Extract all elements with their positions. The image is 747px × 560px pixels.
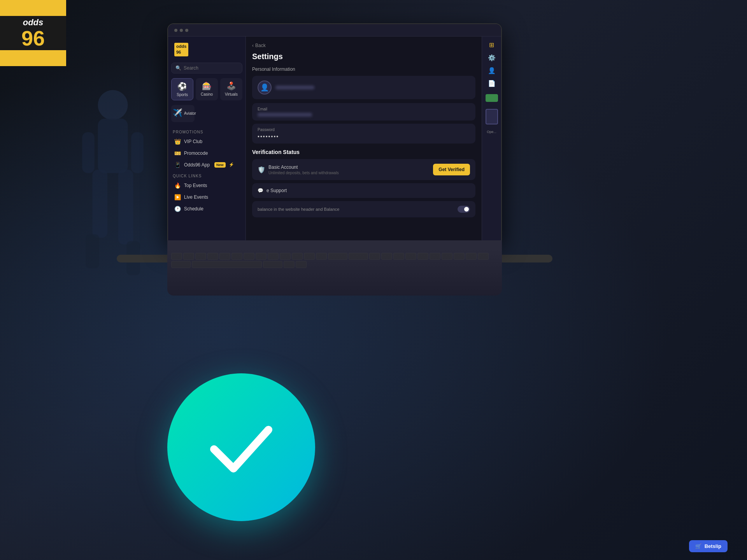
key — [393, 253, 404, 260]
support-card[interactable]: 💬 e Support — [252, 183, 475, 198]
password-label: Password — [258, 128, 470, 132]
verification-left: 🛡️ Basic Account Unlimited deposits, bet… — [258, 164, 339, 175]
checkmark-svg — [202, 408, 280, 486]
sidebar: odds96 🔍 ⚽ Sports 🎰 Casino — [168, 37, 246, 240]
promocode-icon: 🎫 — [174, 150, 181, 156]
sidebar-item-vip[interactable]: 👑 VIP Club — [171, 136, 242, 147]
svg-rect-1 — [98, 119, 128, 173]
nav-aviator[interactable]: ✈️ Aviator — [171, 105, 195, 122]
sidebar-logo[interactable]: odds96 — [171, 41, 242, 58]
key — [369, 253, 380, 260]
key — [219, 253, 230, 260]
quick-links-section-title: Quick Links — [171, 171, 242, 180]
personal-info-heading: Personal Information — [252, 66, 475, 72]
search-bar[interactable]: 🔍 — [171, 63, 242, 74]
key — [256, 253, 267, 260]
key — [417, 253, 428, 260]
vip-label: VIP Club — [184, 139, 202, 144]
verification-title: Verification Status — [252, 149, 475, 155]
sports-icon: ⚽ — [177, 82, 187, 91]
key — [454, 253, 465, 260]
top-events-label: Top Events — [184, 183, 207, 188]
password-dots: •••••••• — [258, 133, 470, 140]
account-sub: Unlimited deposits, bets and withdrawals — [268, 171, 339, 175]
success-checkmark-overlay — [167, 373, 315, 521]
key — [405, 253, 416, 260]
virtuals-icon: 🕹️ — [226, 81, 236, 91]
sidebar-item-app[interactable]: 📱 Odds96 App New ⚡ — [171, 159, 242, 171]
screen-inner: odds96 🔍 ⚽ Sports 🎰 Casino — [168, 37, 501, 240]
account-type: Basic Account — [268, 164, 339, 170]
casino-label: Casino — [201, 92, 213, 96]
key — [183, 253, 194, 260]
laptop-frame: odds96 🔍 ⚽ Sports 🎰 Casino — [167, 23, 502, 241]
key — [171, 253, 182, 260]
betslip-button[interactable]: 🛒 Betslip — [689, 540, 728, 552]
sidebar-item-top-events[interactable]: 🔥 Top Events — [171, 180, 242, 191]
right-panel-grid-icon[interactable]: ⊞ — [489, 41, 494, 49]
fire-icon: 🔥 — [174, 182, 181, 189]
key — [304, 253, 315, 260]
key — [349, 253, 368, 260]
key — [292, 253, 303, 260]
key — [466, 253, 477, 260]
email-label: Email — [258, 107, 470, 111]
svg-rect-6 — [82, 132, 95, 173]
balance-toggle[interactable] — [458, 206, 470, 213]
nav-icons-grid: ⚽ Sports 🎰 Casino 🕹️ Virtuals — [171, 78, 242, 100]
betslip-label: Betslip — [705, 543, 721, 549]
key — [268, 253, 279, 260]
app-label: Odds96 App — [184, 162, 210, 168]
key — [328, 253, 347, 260]
logo-96-text: 96 — [0, 28, 66, 49]
keyboard — [167, 249, 502, 296]
nav-sports[interactable]: ⚽ Sports — [171, 78, 193, 100]
right-panel-settings-icon[interactable]: ⚙️ — [488, 54, 496, 61]
screen: odds96 🔍 ⚽ Sports 🎰 Casino — [168, 24, 501, 240]
vip-icon: 👑 — [174, 138, 181, 145]
key — [284, 261, 295, 268]
lightning-icon: ⚡ — [229, 162, 234, 167]
sidebar-logo-text: odds96 — [174, 43, 188, 56]
right-panel-doc-icon[interactable]: 📄 — [488, 80, 496, 87]
balance-toggle-row: balance in the website header and Balanc… — [252, 201, 475, 217]
window-dot-3 — [185, 29, 188, 32]
search-icon: 🔍 — [175, 65, 181, 71]
main-content: ‹ Back Settings Personal Information 👤 E… — [246, 37, 482, 240]
sidebar-item-schedule[interactable]: 🕐 Schedule — [171, 203, 242, 215]
key — [263, 261, 282, 268]
app-icon: 📱 — [174, 162, 181, 168]
shield-icon: 🛡️ — [258, 166, 265, 173]
window-top-bar — [168, 24, 501, 37]
brand-logo[interactable]: odds 96 — [0, 0, 66, 66]
svg-point-0 — [98, 90, 128, 120]
sidebar-item-live-events[interactable]: ▶️ Live Events — [171, 191, 242, 203]
support-label: e Support — [267, 188, 287, 193]
sidebar-item-promocode[interactable]: 🎫 Promocode — [171, 147, 242, 159]
username-field — [275, 86, 314, 89]
sports-label: Sports — [177, 93, 188, 97]
nav-virtuals[interactable]: 🕹️ Virtuals — [220, 78, 242, 100]
aviator-label: Aviator — [184, 111, 196, 116]
email-value — [258, 113, 312, 117]
get-verified-button[interactable]: Get Verified — [433, 164, 470, 175]
right-panel-user-icon[interactable]: 👤 — [488, 67, 496, 74]
right-panel-green-block — [486, 94, 498, 102]
window-dot-1 — [174, 29, 177, 32]
key — [296, 261, 307, 268]
search-input[interactable] — [184, 65, 238, 71]
password-field-card: Password •••••••• — [252, 124, 475, 144]
clock-icon: 🕐 — [174, 206, 181, 212]
page-title: Settings — [252, 52, 475, 61]
open-label[interactable]: Ope... — [487, 130, 496, 134]
aviator-icon: ✈️ — [173, 108, 182, 117]
key — [171, 261, 191, 268]
back-chevron-icon: ‹ — [252, 43, 254, 48]
key — [478, 253, 489, 260]
new-badge: New — [214, 162, 226, 168]
svg-rect-7 — [131, 132, 144, 173]
nav-casino[interactable]: 🎰 Casino — [196, 78, 218, 100]
back-label: Back — [255, 43, 266, 48]
back-button[interactable]: ‹ Back — [252, 43, 475, 48]
window-dot-2 — [180, 29, 183, 32]
